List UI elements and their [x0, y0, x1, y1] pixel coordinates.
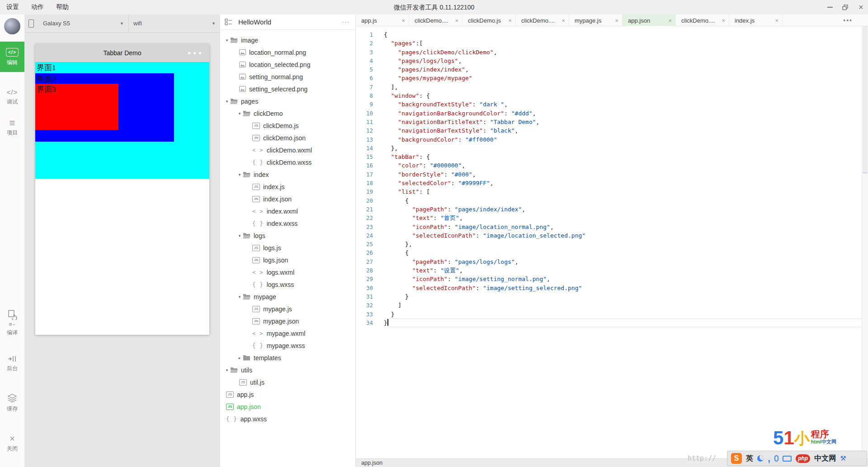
preview-layer-3[interactable]: 界面3 [35, 84, 118, 130]
tab-close-icon[interactable]: × [668, 17, 672, 24]
explorer-more-icon[interactable]: ··· [342, 18, 350, 25]
tree-item-app.json[interactable]: JNapp.json [220, 400, 355, 413]
tree-item-index[interactable]: ▾index [220, 168, 355, 181]
chevron-down-icon[interactable]: ▾ [236, 172, 243, 177]
tree-item-logs[interactable]: ▾logs [220, 229, 355, 242]
code-line-29[interactable]: 29 "iconPath": "image/setting_normal.png… [356, 275, 862, 283]
code-line-9[interactable]: 9 "backgroundTextStyle": "dark ", [356, 100, 862, 109]
chevron-right-icon[interactable]: ▸ [236, 356, 243, 360]
code-line-25[interactable]: 25 }, [356, 240, 862, 248]
editor-tab-mypage.js[interactable]: mypage.js× [569, 14, 623, 26]
code-line-19[interactable]: 19 "list": [ [356, 187, 862, 196]
chevron-down-icon[interactable]: ▾ [236, 295, 243, 299]
tree-item-setting_selecred.png[interactable]: setting_selecred.png [220, 83, 355, 95]
tab-close-icon[interactable]: × [508, 17, 512, 24]
code-line-16[interactable]: 16 "color": "#000000", [356, 161, 862, 170]
close-button[interactable]: × [856, 3, 865, 12]
code-line-5[interactable]: 5 "pages/index/index", [356, 65, 862, 74]
tab-close-icon[interactable]: × [722, 17, 725, 24]
tree-item-clickDemo.wxss[interactable]: { }clickDemo.wxss [220, 156, 355, 168]
code-line-8[interactable]: 8 "window": { [356, 91, 862, 100]
tab-close-icon[interactable]: × [455, 17, 458, 24]
minimize-button[interactable] [826, 3, 835, 12]
network-select[interactable]: wifi ▼ [129, 14, 220, 33]
code-editor[interactable]: 1{2 "pages":[3 "pages/clickDemo/clickDem… [356, 26, 862, 458]
sidebar-item-project[interactable]: ≡ 项目 [0, 119, 24, 137]
editor-tab-app.json[interactable]: app.json× [623, 14, 676, 26]
tab-close-icon[interactable]: × [615, 17, 618, 24]
tree-item-app.js[interactable]: JSapp.js [220, 388, 355, 400]
avatar[interactable] [4, 18, 20, 34]
code-line-23[interactable]: 23 "iconPath": "image/location_normal.pn… [356, 223, 862, 231]
sidebar-item-compile[interactable]: ⚙= 编译 [0, 310, 24, 337]
chevron-down-icon[interactable]: ▾ [224, 99, 230, 104]
tree-item-index.json[interactable]: JNindex.json [220, 193, 355, 205]
code-line-4[interactable]: 4 "pages/logs/logs", [356, 57, 862, 65]
tree-item-mypage.json[interactable]: JNmypage.json [220, 315, 355, 327]
tree-item-location_normal.png[interactable]: location_normal.png [220, 46, 355, 58]
code-line-17[interactable]: 17 "borderStyle": "#000", [356, 170, 862, 179]
chevron-down-icon[interactable]: ▾ [224, 368, 230, 372]
sidebar-item-cache[interactable]: 缓存 [0, 394, 24, 413]
code-line-20[interactable]: 20 { [356, 196, 862, 205]
code-line-22[interactable]: 22 "text": "首页", [356, 214, 862, 222]
code-line-12[interactable]: 12 "navigationBarTextStyle": "black", [356, 126, 862, 135]
sidebar-item-debug[interactable]: </> 调试 [0, 88, 24, 106]
tree-item-location_selected.png[interactable]: location_selected.png [220, 58, 355, 71]
editor-tab-clickDemo[interactable]: clickDemo....× [676, 14, 729, 26]
code-line-3[interactable]: 3 "pages/clickDemo/clickDemo", [356, 48, 862, 57]
tree-item-image[interactable]: ▾image [220, 34, 355, 46]
code-line-26[interactable]: 26 { [356, 248, 862, 257]
code-line-18[interactable]: 18 "selectedColor": "#9999FF", [356, 179, 862, 187]
tree-item-logs.js[interactable]: JSlogs.js [220, 242, 355, 254]
tree-item-clickDemo.js[interactable]: JSclickDemo.js [220, 119, 355, 132]
tree-item-mypage.js[interactable]: JSmypage.js [220, 303, 355, 315]
tree-item-clickDemo.json[interactable]: JNclickDemo.json [220, 132, 355, 144]
tab-close-icon[interactable]: × [401, 17, 405, 24]
tree-item-logs.wxml[interactable]: < >logs.wxml [220, 266, 355, 278]
code-line-21[interactable]: 21 "pagePath": "pages/index/index", [356, 205, 862, 214]
chevron-down-icon[interactable]: ▾ [236, 111, 243, 116]
sidebar-item-close-project[interactable]: × 关闭 [0, 434, 24, 453]
tree-item-clickDemo[interactable]: ▾clickDemo [220, 107, 355, 119]
tree-item-setting_normal.png[interactable]: setting_normal.png [220, 71, 355, 83]
sidebar-item-background[interactable]: 后台 [0, 355, 24, 372]
tab-close-icon[interactable]: × [775, 17, 778, 24]
editor-tab-clickDemo.js[interactable]: clickDemo.js× [462, 14, 516, 26]
code-line-11[interactable]: 11 "navigationBarTitleText": "Tabbar Dem… [356, 118, 862, 126]
editor-tab-index.js[interactable]: index.js× [729, 14, 783, 26]
chevron-down-icon[interactable]: ▾ [236, 234, 243, 238]
tab-close-icon[interactable]: × [561, 17, 565, 24]
tree-item-logs.wxss[interactable]: { }logs.wxss [220, 278, 355, 291]
code-line-32[interactable]: 32 ] [356, 301, 862, 310]
tree-item-mypage.wxss[interactable]: { }mypage.wxss [220, 339, 355, 352]
code-line-33[interactable]: 33 } [356, 310, 862, 319]
sidebar-item-edit[interactable]: </> 编辑 [0, 42, 24, 72]
chevron-down-icon[interactable]: ▾ [224, 38, 230, 43]
restore-button[interactable] [841, 3, 850, 12]
code-line-28[interactable]: 28 "text": "设置", [356, 266, 862, 275]
tabs-overflow-button[interactable]: ••• [843, 14, 853, 26]
tree-item-index.js[interactable]: JSindex.js [220, 181, 355, 193]
code-line-34[interactable]: 34} [356, 319, 862, 327]
editor-tab-clickDemo[interactable]: clickDemo....× [516, 14, 569, 26]
code-line-13[interactable]: 13 "backgroundColor": "#ff0000" [356, 135, 862, 144]
tree-item-utils[interactable]: ▾utils [220, 364, 355, 376]
code-line-31[interactable]: 31 } [356, 292, 862, 301]
code-line-10[interactable]: 10 "navigationBarBackgroundColor": "#ddd… [356, 109, 862, 118]
editor-tab-app.js[interactable]: app.js× [356, 14, 409, 26]
tree-item-index.wxml[interactable]: < >index.wxml [220, 205, 355, 217]
code-line-6[interactable]: 6 "pages/mypage/mypage" [356, 74, 862, 82]
code-line-7[interactable]: 7 ], [356, 83, 862, 91]
code-line-14[interactable]: 14 }, [356, 144, 862, 152]
code-line-30[interactable]: 30 "selectedIconPath": "image/setting_se… [356, 284, 862, 292]
tree-item-mypage.wxml[interactable]: < >mypage.wxml [220, 327, 355, 339]
tree-item-logs.json[interactable]: JNlogs.json [220, 254, 355, 266]
tree-item-templates[interactable]: ▸templates [220, 352, 355, 364]
tree-item-util.js[interactable]: JSutil.js [220, 376, 355, 388]
code-line-27[interactable]: 27 "pagePath": "pages/logs/logs", [356, 257, 862, 266]
code-line-2[interactable]: 2 "pages":[ [356, 39, 862, 48]
code-line-1[interactable]: 1{ [356, 30, 862, 39]
device-select[interactable]: Galaxy S5 ▼ [38, 14, 129, 33]
editor-scrollbar[interactable] [862, 26, 868, 458]
